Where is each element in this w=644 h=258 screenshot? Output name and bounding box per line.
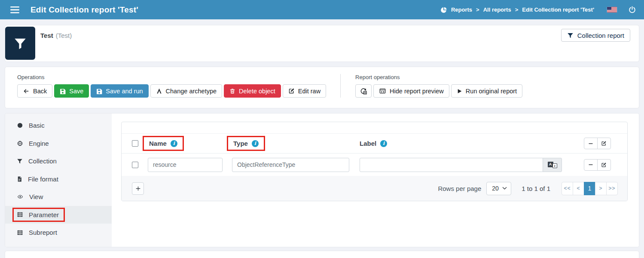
- sidebar-item-subreport[interactable]: Subreport: [5, 224, 112, 242]
- object-display-name: (Test): [56, 32, 72, 39]
- object-titles: Test(Test): [35, 25, 72, 61]
- parameters-table: Name i Type i Label i: [121, 122, 628, 201]
- parameter-type-input[interactable]: [232, 158, 349, 172]
- operations-group: Operations Back Save Save and run Change…: [17, 74, 326, 98]
- table-footer: Rows per page 20 1 to 1 of 1 << < 1 > >>: [122, 176, 627, 201]
- change-archetype-button[interactable]: Change archetype: [150, 84, 223, 98]
- report-operations-group: Report operations Hide report preview Ru…: [355, 74, 522, 98]
- rows-per-page-label: Rows per page: [438, 185, 481, 192]
- logout-button[interactable]: [628, 6, 636, 14]
- prev-page-button[interactable]: <: [573, 182, 584, 195]
- last-page-button[interactable]: >>: [606, 182, 618, 195]
- info-icon[interactable]: i: [171, 140, 177, 147]
- delete-object-button[interactable]: Delete object: [224, 84, 281, 98]
- annotation-box-parameter: Parameter: [12, 208, 65, 222]
- collapse-row-button[interactable]: [584, 159, 598, 171]
- edit-raw-button[interactable]: Edit raw: [283, 84, 326, 98]
- pagination-range: 1 to 1 of 1: [522, 185, 550, 192]
- hide-report-preview-button[interactable]: Hide report preview: [373, 84, 449, 98]
- id-card-icon: [379, 88, 386, 94]
- sidebar-item-basic[interactable]: Basic: [5, 117, 112, 135]
- first-page-button[interactable]: <<: [562, 182, 573, 195]
- translate-icon: Az: [548, 162, 557, 168]
- details-menu: Basic Engine Collection File format View…: [5, 114, 112, 247]
- sidebar-item-view[interactable]: View: [5, 188, 112, 206]
- page-title: Edit Collection report 'Test': [31, 5, 138, 15]
- breadcrumb: Reports > All reports > Edit Collection …: [440, 6, 594, 13]
- operations-label: Operations: [17, 74, 326, 80]
- play-icon: [457, 88, 462, 94]
- annotation-box-name-column: Name i: [143, 136, 184, 151]
- parameter-row: Az: [122, 154, 627, 176]
- add-parameter-button[interactable]: [132, 182, 144, 195]
- power-icon: [628, 6, 636, 14]
- details-panel: Basic Engine Collection File format View…: [5, 114, 639, 247]
- breadcrumb-item-current: Edit Collection report 'Test': [522, 6, 594, 13]
- sidebar-item-collection[interactable]: Collection: [5, 152, 112, 170]
- edit-icon: [601, 162, 607, 168]
- report-operations-label: Report operations: [355, 74, 522, 80]
- next-page-button[interactable]: >: [595, 182, 607, 195]
- column-header-label: Label: [360, 140, 376, 147]
- pie-chart-icon: [440, 6, 447, 13]
- edit-all-button[interactable]: [597, 138, 611, 149]
- refresh-icon: [360, 87, 367, 95]
- menu-toggle-icon[interactable]: [10, 6, 19, 13]
- breadcrumb-separator: >: [476, 6, 479, 13]
- object-name: Test: [40, 32, 53, 39]
- locale-flag-us[interactable]: [607, 7, 617, 12]
- filter-icon: [567, 32, 574, 39]
- arrow-left-icon: [23, 88, 30, 94]
- back-button[interactable]: Back: [17, 84, 52, 98]
- operations-divider: [340, 74, 341, 98]
- info-icon[interactable]: i: [252, 140, 259, 147]
- sidebar-item-file-format[interactable]: File format: [5, 170, 112, 188]
- column-header-label-cell: Label i: [360, 140, 387, 147]
- parameter-label-input[interactable]: [360, 158, 543, 172]
- collapse-all-button[interactable]: [584, 138, 598, 149]
- run-original-report-button[interactable]: Run original report: [451, 84, 522, 98]
- edit-icon: [288, 88, 295, 94]
- header-actions: [584, 138, 611, 149]
- save-button[interactable]: Save: [54, 84, 89, 98]
- select-all-checkbox[interactable]: [132, 140, 138, 147]
- page-size-select[interactable]: 20: [486, 182, 511, 195]
- breadcrumb-item-reports[interactable]: Reports: [451, 6, 472, 13]
- refresh-preview-button[interactable]: [355, 84, 372, 98]
- row-checkbox[interactable]: [132, 162, 138, 168]
- save-icon: [96, 88, 102, 94]
- trash-icon: [229, 88, 235, 94]
- save-and-run-button[interactable]: Save and run: [91, 84, 148, 98]
- edit-row-button[interactable]: [597, 159, 611, 171]
- table-header-row: Name i Type i Label i: [122, 134, 627, 154]
- info-icon[interactable]: i: [380, 140, 387, 147]
- page-1-button[interactable]: 1: [584, 182, 595, 195]
- chevron-down-icon: [502, 187, 507, 190]
- breadcrumb-item-all-reports[interactable]: All reports: [483, 6, 511, 13]
- breadcrumb-separator: >: [515, 6, 519, 13]
- collection-report-badge[interactable]: Collection report: [561, 29, 630, 42]
- minus-icon: [588, 141, 593, 146]
- next-panel-edge: [5, 251, 639, 258]
- eye-icon: [17, 194, 24, 200]
- archetype-arrow-icon: [156, 88, 162, 94]
- column-header-type: Type: [233, 140, 248, 147]
- edit-icon: [601, 141, 607, 146]
- file-icon: [17, 176, 22, 182]
- annotation-box-type-column: Type i: [227, 136, 265, 151]
- save-icon: [60, 88, 66, 94]
- sidebar-item-parameter[interactable]: Parameter: [5, 206, 112, 224]
- collection-report-icon: [5, 27, 35, 60]
- filter-icon: [17, 158, 23, 164]
- plus-icon: [135, 186, 141, 191]
- row-actions: [584, 159, 611, 171]
- minus-icon: [588, 162, 593, 167]
- parameter-content: Name i Type i Label i: [112, 114, 639, 247]
- parameter-label-group: Az: [360, 158, 562, 172]
- sidebar-item-engine[interactable]: Engine: [5, 135, 112, 153]
- polystring-language-button[interactable]: Az: [543, 158, 562, 172]
- column-header-name: Name: [149, 140, 167, 147]
- paginator: << < 1 > >>: [562, 182, 618, 195]
- table-toolbar: [122, 122, 627, 134]
- parameter-name-input[interactable]: [148, 158, 223, 172]
